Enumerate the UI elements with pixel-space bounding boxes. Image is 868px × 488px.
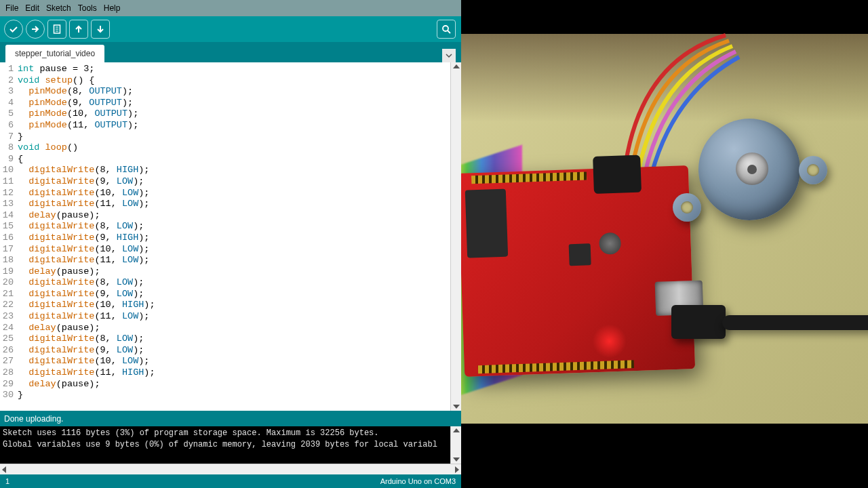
arrow-down-icon [95, 24, 106, 35]
power-led [592, 324, 627, 359]
header-row-bottom [478, 360, 634, 373]
mount-tab [673, 193, 701, 222]
console-hscroll[interactable] [0, 464, 461, 474]
cable-line [722, 315, 868, 330]
chevron-down-icon [446, 54, 452, 58]
tab-menu-button[interactable] [442, 49, 456, 62]
code-content[interactable]: int pause = 3;void setup() { pinMode(8, … [16, 62, 450, 411]
line-gutter: 1234567891011121314151617181920212223242… [0, 62, 16, 411]
arrow-up-icon [73, 24, 84, 35]
upload-button[interactable] [26, 20, 45, 39]
new-button[interactable] [47, 20, 66, 39]
footer-line: 1 [5, 477, 9, 485]
svg-point-1 [443, 26, 448, 31]
open-button[interactable] [69, 20, 88, 39]
magnifier-icon [441, 24, 452, 35]
status-bar: Done uploading. [0, 411, 461, 426]
usb-plug [671, 305, 726, 339]
menu-help[interactable]: Help [101, 2, 123, 14]
console-scrollbar[interactable] [450, 426, 461, 464]
menu-tools[interactable]: Tools [75, 2, 100, 14]
camera-feed [461, 0, 868, 488]
barrel-jack [593, 155, 642, 194]
toolbar [0, 16, 461, 42]
smd-component [569, 243, 591, 266]
footer: 1 Arduino Uno on COM3 [0, 474, 461, 488]
header-row-top [471, 171, 587, 184]
sketch-tab[interactable]: stepper_tutorial_video [5, 45, 104, 62]
console: Sketch uses 1116 bytes (3%) of program s… [0, 426, 461, 464]
save-button[interactable] [91, 20, 110, 39]
verify-button[interactable] [4, 20, 23, 39]
serial-monitor-button[interactable] [437, 20, 456, 39]
arduino-ide: File Edit Sketch Tools Help stepper_tuto… [0, 0, 461, 488]
mcu-chip [465, 189, 508, 258]
tab-bar: stepper_tutorial_video [0, 42, 461, 62]
footer-board: Arduino Uno on COM3 [380, 477, 456, 485]
mount-tab [799, 156, 827, 184]
black-bar [461, 424, 868, 488]
motor-shaft [747, 165, 757, 174]
console-text: Sketch uses 1116 bytes (3%) of program s… [3, 428, 458, 462]
menu-sketch[interactable]: Sketch [43, 2, 74, 14]
menubar: File Edit Sketch Tools Help [0, 0, 461, 16]
camera-scene [461, 0, 868, 488]
usb-cable [671, 291, 868, 366]
capacitor [599, 232, 621, 255]
menu-file[interactable]: File [3, 2, 21, 14]
code-editor[interactable]: 1234567891011121314151617181920212223242… [0, 62, 461, 411]
arduino-board [461, 165, 695, 377]
stepper-motor [671, 105, 821, 234]
menu-edit[interactable]: Edit [22, 2, 42, 14]
arrow-right-icon [30, 24, 41, 35]
editor-scrollbar[interactable] [450, 62, 461, 411]
file-icon [52, 24, 62, 35]
check-icon [8, 24, 19, 35]
status-text: Done uploading. [4, 414, 63, 424]
